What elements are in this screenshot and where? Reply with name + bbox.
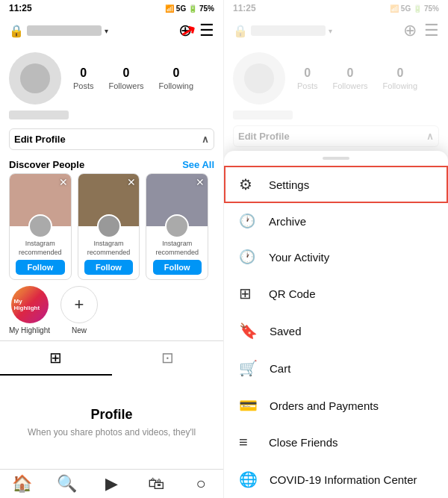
discover-title: Discover People	[9, 159, 84, 170]
menu-icon[interactable]: ☰	[199, 21, 214, 40]
saved-label: Saved	[270, 325, 302, 337]
right-status-icons: 📶 5G 🔋 75%	[390, 4, 439, 13]
left-status-bar: 11:25 📶 5G 🔋 75%	[0, 0, 223, 16]
cart-icon: 🛒	[239, 359, 258, 377]
nav-search[interactable]: 🔍	[45, 474, 90, 494]
menu-item-covid[interactable]: 🌐 COVID-19 Information Center	[224, 461, 448, 498]
right-header-icons: ⊕ ☰	[403, 21, 439, 40]
new-highlight[interactable]: + New	[60, 286, 98, 334]
right-profile-section: 0 Posts 0 Followers 0 Following	[224, 46, 448, 111]
add-icon[interactable]: ⊕	[178, 21, 192, 40]
menu-item-archive[interactable]: 🕐 Archive	[224, 203, 448, 239]
grid-icon: ⊞	[49, 349, 62, 367]
right-network-icon: 5G	[401, 4, 411, 13]
highlight-label-0: My Highlight	[9, 326, 50, 334]
chevron-up-icon: ∧	[202, 134, 209, 145]
nav-home[interactable]: 🏠	[0, 474, 45, 494]
person-card-1: ✕ Instagramrecommended Follow	[78, 173, 140, 280]
right-followers-count: 0	[347, 66, 354, 80]
card-label-1: Instagramrecommended	[78, 238, 140, 257]
close-friends-icon: ≡	[239, 434, 257, 451]
right-posts-stat: 0 Posts	[297, 66, 318, 90]
avatar-placeholder	[20, 63, 50, 93]
highlight-label-new: New	[72, 326, 87, 334]
username-blur	[27, 25, 102, 36]
username-area[interactable]: 🔒 ▾	[9, 24, 108, 38]
following-stat: 0 Following	[159, 66, 193, 90]
right-followers-stat: 0 Followers	[333, 66, 368, 90]
close-card-0-icon[interactable]: ✕	[59, 177, 68, 187]
card-avatar-2	[165, 214, 189, 238]
followers-stat: 0 Followers	[109, 66, 144, 90]
right-followers-label: Followers	[333, 81, 368, 90]
right-avatar	[233, 52, 285, 105]
highlights-row: My Highlight My Highlight + New	[0, 280, 223, 337]
right-chevron-up-icon: ∧	[426, 131, 434, 142]
posts-stat: 0 Posts	[73, 66, 94, 90]
right-edit-profile-label: Edit Profile	[238, 131, 290, 142]
your-activity-label: Your Activity	[269, 251, 329, 264]
right-profile-name-blur	[233, 111, 293, 119]
menu-item-saved[interactable]: 🔖 Saved	[224, 312, 448, 349]
right-posts-label: Posts	[297, 81, 318, 90]
menu-item-qr-code[interactable]: ⊞ QR Code	[224, 275, 448, 312]
follow-button-2[interactable]: Follow	[153, 260, 202, 275]
menu-item-your-activity[interactable]: 🕐 Your Activity	[224, 239, 448, 275]
right-header: 🔒 ▾ ⊕ ☰	[224, 16, 448, 46]
covid-icon: 🌐	[239, 470, 258, 488]
qr-code-label: QR Code	[269, 287, 316, 300]
posts-label: Posts	[73, 81, 94, 90]
empty-profile-subtitle: When you share photos and videos, they'l…	[28, 427, 196, 438]
archive-icon: 🕐	[239, 213, 257, 229]
person-card-0: ✕ Instagramrecommended Follow	[9, 173, 72, 280]
my-highlight[interactable]: My Highlight My Highlight	[9, 286, 50, 334]
left-panel: 11:25 📶 5G 🔋 75% 🔒 ▾ ⊕ ☰ 0 Posts	[0, 0, 224, 498]
network-icon: 5G	[176, 4, 186, 13]
orders-label: Orders and Payments	[270, 399, 379, 412]
settings-label: Settings	[269, 178, 309, 191]
left-bottom-nav: 🏠 🔍 ▶ 🛍 ○	[0, 469, 223, 498]
card-avatar-1	[97, 214, 121, 238]
discover-people-header: Discover People See All	[0, 153, 223, 173]
card-label-0: Instagramrecommended	[10, 238, 71, 257]
right-panel: 11:25 📶 5G 🔋 75% 🔒 ▾ ⊕ ☰	[224, 0, 448, 498]
menu-item-orders[interactable]: 💳 Orders and Payments	[224, 387, 448, 424]
right-menu-icon: ☰	[424, 21, 439, 40]
battery-icon: 🔋 75%	[188, 4, 214, 13]
covid-label: COVID-19 Information Center	[270, 473, 417, 486]
highlight-circle-0: My Highlight	[11, 286, 49, 323]
menu-item-close-friends[interactable]: ≡ Close Friends	[224, 424, 448, 461]
right-following-count: 0	[396, 66, 403, 80]
edit-profile-button[interactable]: Edit Profile ∧	[9, 128, 214, 150]
empty-profile-title: Profile	[90, 407, 132, 423]
menu-item-settings[interactable]: ⚙ Settings	[224, 166, 448, 203]
close-card-1-icon[interactable]: ✕	[127, 177, 136, 187]
profile-name-blur	[9, 111, 69, 119]
cart-label: Cart	[270, 362, 290, 375]
nav-shop[interactable]: 🛍	[134, 474, 178, 494]
tab-person[interactable]: ⊡	[112, 341, 224, 376]
saved-icon: 🔖	[239, 322, 258, 340]
right-battery-icon: 🔋 75%	[413, 4, 439, 13]
nav-reels[interactable]: ▶	[90, 474, 134, 494]
right-chevron-down-icon: ▾	[329, 27, 332, 35]
see-all-link[interactable]: See All	[182, 159, 214, 170]
profile-section: 0 Posts 0 Followers 0 Following	[0, 46, 223, 111]
chevron-down-icon: ▾	[105, 27, 108, 35]
follow-button-1[interactable]: Follow	[84, 260, 133, 275]
follow-button-0[interactable]: Follow	[16, 260, 64, 275]
tab-grid[interactable]: ⊞	[0, 341, 112, 376]
stats-row: 0 Posts 0 Followers 0 Following	[73, 66, 214, 90]
followers-count: 0	[123, 66, 130, 80]
right-edit-profile-button: Edit Profile ∧	[233, 125, 439, 147]
card-avatar-0	[28, 214, 52, 238]
right-lock-icon: 🔒	[233, 24, 248, 38]
right-following-label: Following	[383, 81, 417, 90]
empty-profile-section: Profile When you share photos and videos…	[0, 376, 223, 469]
nav-profile[interactable]: ○	[178, 474, 223, 494]
new-highlight-circle: +	[60, 286, 98, 323]
close-card-2-icon[interactable]: ✕	[196, 177, 205, 187]
following-count: 0	[172, 66, 179, 80]
menu-item-cart[interactable]: 🛒 Cart	[224, 349, 448, 387]
right-add-icon: ⊕	[403, 21, 417, 40]
